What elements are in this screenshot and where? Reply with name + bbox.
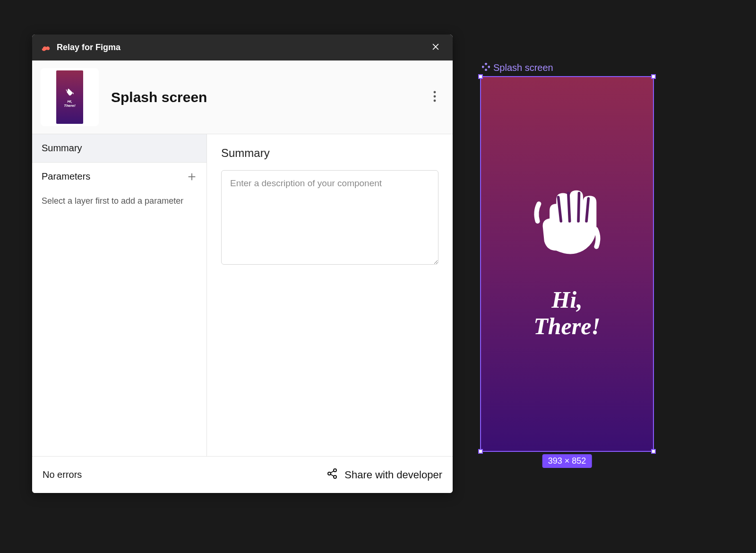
more-vertical-icon [433,91,436,104]
relay-logo-icon [41,43,51,53]
svg-line-21 [578,193,579,221]
splash-screen-frame[interactable]: Hi, There! 393 × 852 [480,76,654,452]
sidebar-item-label: Parameters [42,171,90,182]
svg-point-6 [434,99,436,102]
svg-point-4 [434,91,436,93]
svg-rect-3 [72,92,74,94]
frame-dimensions-badge: 393 × 852 [542,454,592,468]
component-icon [482,62,490,73]
add-parameter-button[interactable] [187,172,197,182]
svg-point-5 [434,95,436,97]
share-with-developer-button[interactable]: Share with developer [326,468,442,482]
wave-icon [65,86,75,97]
frame-label[interactable]: Splash screen [482,62,654,73]
content-area: Summary [207,134,453,456]
close-button[interactable] [427,39,444,56]
svg-rect-17 [484,69,487,71]
sidebar-item-parameters[interactable]: Parameters [32,163,206,190]
frame-label-text: Splash screen [493,62,553,73]
selection-handle-top-left[interactable] [478,74,483,79]
svg-point-11 [334,475,336,478]
svg-rect-15 [482,65,484,68]
selection-handle-bottom-right[interactable] [651,449,656,454]
svg-line-13 [331,474,334,476]
svg-line-12 [331,471,334,473]
component-thumbnail: Hi, There! [41,68,99,126]
plugin-brand: Relay for Figma [41,43,120,53]
sidebar-item-label: Summary [42,143,82,154]
splash-greeting-text: Hi, There! [533,286,601,339]
parameters-help-text: Select a layer first to add a parameter [32,190,206,216]
svg-rect-16 [488,65,490,68]
svg-rect-2 [66,89,67,91]
share-icon [326,468,338,482]
relay-plugin-panel: Relay for Figma Hi, There! Splash screen [32,35,453,493]
svg-point-9 [334,469,336,472]
share-label: Share with developer [344,469,442,481]
plugin-titlebar: Relay for Figma [32,35,453,60]
thumbnail-text: Hi, There! [64,100,75,108]
canvas-area: Splash screen [480,62,654,452]
panel-footer: No errors Share with developer [32,456,453,493]
plus-icon [187,172,197,182]
component-name: Splash screen [111,89,413,105]
panel-body: Summary Parameters Select a layer first … [32,134,453,456]
thumbnail-preview: Hi, There! [56,70,83,124]
sidebar-item-summary[interactable]: Summary [32,134,206,163]
selection-handle-top-right[interactable] [651,74,656,79]
svg-line-20 [568,193,570,221]
svg-point-10 [328,472,331,475]
selection-handle-bottom-left[interactable] [478,449,483,454]
content-heading: Summary [221,147,438,160]
overflow-menu-button[interactable] [425,88,444,107]
plugin-title: Relay for Figma [57,43,120,52]
sidebar: Summary Parameters Select a layer first … [32,134,207,456]
error-status: No errors [43,469,82,480]
wave-icon [527,189,607,260]
close-icon [431,42,440,53]
svg-rect-14 [484,63,487,65]
description-input[interactable] [221,170,438,265]
component-header: Hi, There! Splash screen [32,60,453,134]
